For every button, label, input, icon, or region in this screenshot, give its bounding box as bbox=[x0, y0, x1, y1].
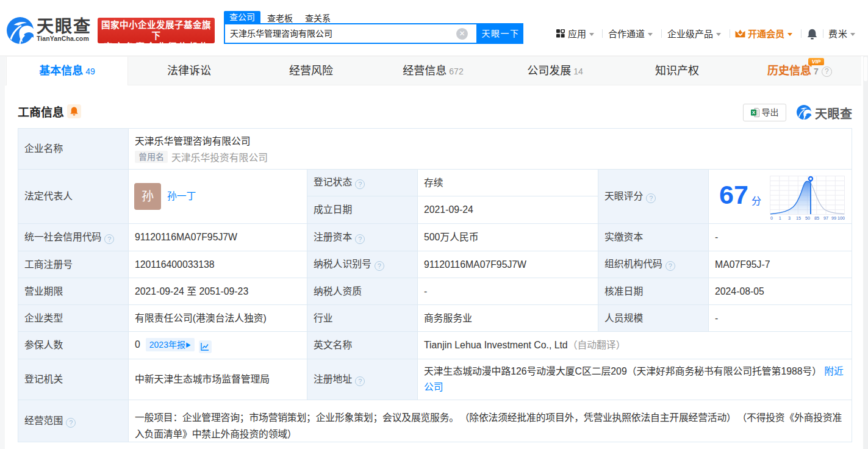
svg-text:0: 0 bbox=[770, 215, 773, 221]
svg-text:85: 85 bbox=[814, 215, 819, 221]
svg-text:3: 3 bbox=[788, 215, 791, 221]
svg-text:97: 97 bbox=[823, 215, 828, 221]
svg-text:15: 15 bbox=[796, 215, 801, 221]
svg-text:100: 100 bbox=[838, 215, 845, 221]
svg-text:X: X bbox=[751, 110, 755, 115]
svg-text:1: 1 bbox=[779, 215, 781, 221]
svg-text:99: 99 bbox=[831, 215, 836, 221]
svg-text:50: 50 bbox=[805, 215, 810, 221]
